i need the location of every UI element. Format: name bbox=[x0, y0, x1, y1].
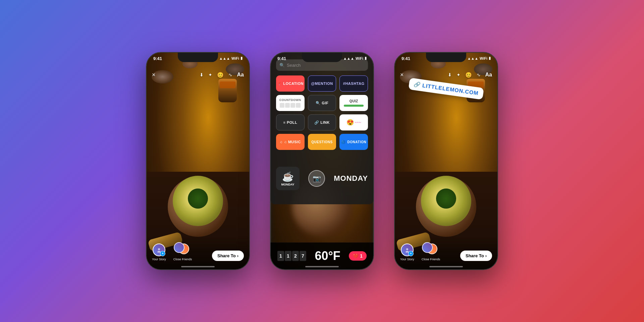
your-story-option[interactable]: Your Story bbox=[152, 244, 166, 261]
countdown-squares bbox=[280, 103, 301, 108]
save-icon-right[interactable]: ⬇ bbox=[448, 72, 452, 77]
link-chain-icon: 🔗 bbox=[413, 81, 421, 89]
top-toolbar-left: × ⬇ ✦ 😊 ∿ Aa bbox=[147, 67, 249, 82]
share-to-label-right: Share To bbox=[466, 253, 484, 258]
bottom-sticker-row: ☕ MONDAY 📷 MONDAY bbox=[276, 167, 368, 190]
sticker-donation[interactable]: 🔵 DONATION bbox=[339, 134, 368, 150]
home-indicator-mid bbox=[305, 266, 339, 267]
ticker-1: 1 bbox=[277, 251, 284, 261]
sticker-hashtag[interactable]: #HASHTAG bbox=[339, 75, 368, 92]
countdown-label: COUNTDOWN bbox=[279, 98, 301, 102]
signal-icon: ▲▲▲ bbox=[219, 56, 230, 60]
battery-icon: ▮ bbox=[240, 56, 243, 60]
hashtag-label: #HASHTAG bbox=[343, 82, 365, 86]
location-pin-icon: 📍 bbox=[277, 82, 282, 86]
phone-middle: 9:41 ▲▲▲ WiFi ▮ 🔍 Search 📍 LOCATION @MEN bbox=[270, 52, 374, 270]
close-friends-option[interactable]: Close Friends bbox=[173, 242, 192, 261]
share-to-label: Share To bbox=[217, 253, 236, 258]
battery-icon-mid: ▮ bbox=[365, 56, 367, 60]
bottom-tray: 1 1 2 7 60°F ❤️ 1 bbox=[271, 243, 373, 269]
svg-point-3 bbox=[406, 251, 409, 253]
sticker-gif[interactable]: 🔍 GIF bbox=[308, 95, 336, 111]
text-tool[interactable]: Aa bbox=[237, 72, 244, 78]
status-time: 9:41 bbox=[153, 56, 162, 61]
close-friends-avatar-stack bbox=[174, 242, 191, 255]
share-to-button-right[interactable]: Share To › bbox=[460, 251, 492, 261]
your-story-avatar bbox=[153, 244, 165, 256]
close-icon[interactable]: × bbox=[152, 71, 156, 78]
sticker-icon[interactable]: 😊 bbox=[217, 72, 224, 78]
ticker-2: 1 bbox=[285, 251, 291, 261]
sticker-questions[interactable]: QUESTIONS bbox=[308, 134, 336, 150]
sticker-location[interactable]: 📍 LOCATION bbox=[276, 75, 305, 92]
sound-icon[interactable]: ∿ bbox=[228, 72, 232, 77]
svg-point-2 bbox=[406, 248, 408, 250]
wifi-icon-right: WiFi bbox=[480, 56, 487, 60]
like-badge[interactable]: ❤️ 1 bbox=[349, 251, 367, 261]
monday-mug-sticker[interactable]: ☕ MONDAY bbox=[276, 167, 300, 190]
emoji-icon: 😍 bbox=[346, 119, 354, 126]
mug-emoji: ☕ bbox=[282, 171, 294, 182]
close-friends-label-right: Close Friends bbox=[422, 258, 440, 261]
status-time-right: 9:41 bbox=[401, 56, 410, 61]
plate-garnish bbox=[188, 189, 208, 209]
phone-right: 9:41 ▲▲▲ WiFi ▮ × ⬇ ✦ 😊 ∿ Aa 🔗 LITTLELEM bbox=[394, 52, 498, 270]
ticker-4: 7 bbox=[300, 251, 306, 261]
sparkle-icon[interactable]: ✦ bbox=[208, 72, 212, 77]
bowl-tea bbox=[218, 79, 237, 102]
gif-label: GIF bbox=[322, 101, 328, 105]
status-icons: ▲▲▲ WiFi ▮ bbox=[219, 56, 243, 60]
home-indicator-right bbox=[429, 266, 463, 267]
share-arrow-icon: › bbox=[237, 253, 238, 258]
phone-left: 9:41 ▲▲▲ WiFi ▮ × ⬇ ✦ 😊 ∿ Aa bbox=[146, 52, 250, 270]
mention-label: @MENTION bbox=[311, 82, 333, 86]
status-bar-left: 9:41 ▲▲▲ WiFi ▮ bbox=[147, 53, 249, 67]
text-tool-right[interactable]: Aa bbox=[485, 72, 492, 78]
svg-point-1 bbox=[157, 251, 161, 253]
sticker-music[interactable]: ♫ ♫ MUSIC bbox=[276, 134, 305, 150]
share-arrow-icon-right: › bbox=[485, 253, 487, 258]
donation-label: DONATION bbox=[347, 140, 367, 144]
close-friends-option-right[interactable]: Close Friends bbox=[422, 242, 440, 261]
status-icons-mid: ▲▲▲ WiFi ▮ bbox=[343, 56, 367, 60]
close-icon-right[interactable]: × bbox=[400, 71, 404, 78]
sticker-countdown[interactable]: COUNTDOWN bbox=[276, 95, 305, 111]
your-story-option-right[interactable]: Your Story bbox=[400, 244, 414, 261]
quiz-label: QUIZ bbox=[350, 99, 358, 103]
mug-day-label: MONDAY bbox=[281, 183, 294, 186]
monday-text-sticker[interactable]: MONDAY bbox=[334, 174, 368, 183]
sticker-icon-right[interactable]: 😊 bbox=[465, 72, 472, 78]
signal-icon-mid: ▲▲▲ bbox=[343, 56, 354, 60]
close-friends-avatar-stack-right bbox=[422, 242, 439, 255]
home-indicator bbox=[181, 266, 215, 267]
status-time-mid: 9:41 bbox=[277, 56, 286, 61]
sticker-poll[interactable]: ≡ POLL bbox=[276, 114, 305, 130]
sound-icon-right[interactable]: ∿ bbox=[477, 72, 481, 77]
donation-logo: 🔵 bbox=[341, 140, 345, 144]
link-label: 🔗 LINK bbox=[314, 120, 330, 125]
location-label: LOCATION bbox=[283, 82, 304, 86]
ticker-3: 2 bbox=[292, 251, 299, 261]
questions-label: QUESTIONS bbox=[311, 140, 332, 144]
countdown-sq-3 bbox=[290, 103, 295, 108]
emoji-wave: ~~~ bbox=[355, 121, 361, 124]
your-story-avatar-right bbox=[401, 244, 414, 256]
wifi-icon-mid: WiFi bbox=[356, 56, 363, 60]
sticker-link[interactable]: 🔗 LINK bbox=[308, 114, 336, 130]
sticker-quiz[interactable]: QUIZ bbox=[339, 95, 368, 111]
signal-icon-right: ▲▲▲ bbox=[467, 56, 478, 60]
battery-icon-right: ▮ bbox=[489, 56, 491, 60]
save-icon[interactable]: ⬇ bbox=[200, 72, 204, 77]
sparkle-icon-right[interactable]: ✦ bbox=[457, 72, 461, 77]
bottom-bar-left: Your Story Close Friends Share To › bbox=[147, 236, 249, 269]
svg-point-0 bbox=[158, 248, 160, 250]
sticker-grid: 📍 LOCATION @MENTION #HASHTAG COUNTDOWN bbox=[276, 75, 368, 150]
drag-handle[interactable] bbox=[316, 55, 328, 57]
sticker-emoji-reaction[interactable]: 😍 ~~~ bbox=[339, 114, 368, 130]
share-to-button[interactable]: Share To › bbox=[212, 251, 244, 261]
status-bar-right: 9:41 ▲▲▲ WiFi ▮ bbox=[395, 53, 497, 67]
camera-button-mid[interactable]: 📷 bbox=[308, 170, 325, 187]
sticker-mention[interactable]: @MENTION bbox=[308, 75, 336, 92]
poll-label: ≡ POLL bbox=[283, 120, 297, 124]
plate-garnish-right bbox=[436, 189, 456, 209]
